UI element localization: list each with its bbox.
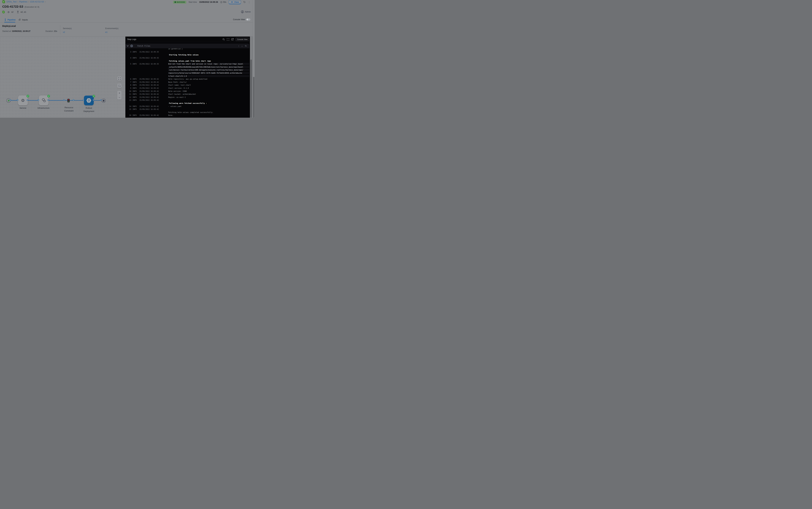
log-row: Fetching helm values completed successfu… [125, 111, 249, 114]
kebab-menu-button[interactable]: ⋮ [248, 1, 250, 3]
expand-icon[interactable] [227, 38, 229, 40]
log-message: Helm repository: aws-qa-setup-modified [168, 78, 207, 80]
log-ln: 4 [127, 57, 131, 59]
page-scrollbar-thumb[interactable] [253, 77, 255, 118]
app-window: CFDs_Test›Pipelines›CDS-41722-S3› ✓SUCCE… [0, 0, 255, 118]
log-scrollbar-thumb[interactable] [250, 60, 252, 118]
chevron-down-icon[interactable] [127, 45, 128, 46]
step-logs-panel: Step Logs Console View in gofmtFile }3IN… [125, 37, 250, 118]
log-lv: INFO [133, 90, 138, 92]
scroll-up-icon[interactable]: ↑ [238, 45, 239, 47]
console-view-label: Console View [233, 19, 245, 21]
service-gear-icon: ⚙ [7, 11, 9, 13]
stage-services: Service(s) s2 [63, 27, 72, 33]
log-ln: 12 [127, 96, 131, 98]
log-ln: 5 [127, 63, 131, 65]
traffic-green-dot [68, 101, 69, 102]
log-ln: 15 [127, 108, 131, 110]
gear-icon: ⚙ [21, 98, 25, 103]
log-row: repository/helm/source/93602db7-89f2-317… [125, 71, 249, 75]
node-service[interactable]: ⚙ [18, 96, 28, 105]
log-rows: in gofmtFile }3INFO15/09/2022 16:09:35St… [125, 47, 249, 118]
canvas-fullscreen-button[interactable] [117, 76, 122, 81]
environment-ref[interactable]: e2, e1 [21, 11, 26, 13]
open-in-new-icon[interactable] [231, 38, 233, 40]
service-ref[interactable]: s2 [11, 11, 13, 13]
breadcrumb-link[interactable]: Pipelines [19, 1, 28, 3]
environment-link[interactable]: e1 [105, 31, 118, 33]
log-ln: 16 [127, 114, 131, 116]
log-section-header[interactable]: ✓ Fetch Files ↑ ↓ 9s [125, 43, 249, 48]
view-button[interactable]: View [229, 0, 241, 4]
connector-port [47, 99, 49, 101]
step-duration: 9s [245, 45, 247, 47]
harness-logo[interactable] [2, 0, 5, 3]
log-lv: INFO [133, 114, 138, 116]
pipeline-canvas[interactable]: ⚙ ✓ ✓ ✓ Service Infrastructure ResourceC… [0, 37, 125, 118]
connector-port [38, 99, 39, 101]
step-logs-title: Step Logs [127, 38, 136, 40]
log-lv: INFO [133, 96, 138, 98]
connector-port [83, 99, 84, 101]
zoom-out-icon[interactable]: − [119, 96, 120, 99]
connector-port [93, 99, 94, 101]
pipeline-icon [4, 19, 6, 21]
tab-bar: Pipeline Inputs Console View [0, 17, 255, 23]
tab-pipeline[interactable]: Pipeline [4, 17, 15, 22]
harness-logo-glyph [3, 1, 5, 3]
search-icon[interactable] [222, 38, 225, 40]
title-row: CDS-41722-S3 (Execution Id: 8) [2, 5, 39, 8]
stage-summary: DeployLocal Started at: 15/09/2022, 16:0… [0, 23, 255, 37]
console-view-control: Console View [233, 19, 250, 21]
log-row: 16INFO15/09/2022 16:09:42Done. [125, 114, 249, 117]
canvas-select-button[interactable] [117, 84, 122, 88]
zoom-in-icon[interactable]: + [119, 92, 120, 94]
tab-inputs[interactable]: Inputs [19, 17, 28, 22]
refresh-button[interactable]: ↻ [243, 1, 246, 4]
breadcrumb-link[interactable]: CDS-41722-S3 [30, 1, 44, 3]
log-row: Starting fetching Helm values [125, 53, 249, 57]
log-row: 4INFO15/09/2022 16:09:35 [125, 57, 249, 60]
node-rollout-deployment[interactable] [84, 96, 94, 105]
clock-icon [220, 1, 222, 3]
log-row: 5INFO15/09/2022 16:09:35Did not find the… [125, 62, 249, 66]
log-ln: 9 [127, 87, 131, 89]
log-lv: INFO [133, 78, 138, 80]
node-label-infrastructure: Infrastructure [38, 106, 49, 110]
log-lv: INFO [133, 105, 138, 107]
stop-icon [103, 100, 104, 102]
stage-environments: Environment(s) e1 [105, 27, 118, 33]
canvas-zoom-control[interactable]: + − [117, 91, 122, 100]
log-tm: 15/09/2022 16:09:42 [139, 87, 162, 89]
console-view-button[interactable]: Console View [236, 38, 249, 41]
log-row: 3INFO15/09/2022 16:09:35 [125, 50, 249, 54]
console-view-toggle[interactable] [246, 19, 250, 21]
infrastructure-icon [41, 98, 46, 103]
pipeline-end-node[interactable] [102, 99, 106, 103]
log-tm: 15/09/2022 16:09:42 [139, 81, 162, 83]
log-lv: INFO [133, 84, 138, 86]
log-row: 8INFO15/09/2022 16:09:42Chart name: test… [125, 83, 249, 87]
breadcrumb-link[interactable]: CFDs_Test [6, 1, 16, 3]
log-row: 11INFO15/09/2022 16:09:42Chart bucket: a… [125, 93, 249, 96]
log-row: 13INFO15/09/2022 16:09:42 [125, 99, 249, 102]
start-time-value: 15/09/2022 16:09:26 [199, 1, 218, 3]
node-resource-constraint[interactable] [67, 99, 70, 102]
user-menu[interactable]: Admin [241, 10, 251, 13]
log-message: Base Path: charts/ [168, 81, 187, 83]
scroll-down-icon[interactable]: ↓ [242, 45, 243, 47]
service-link[interactable]: s2 [63, 31, 72, 33]
node-infrastructure-success-icon: ✓ [47, 95, 50, 98]
fullscreen-icon [118, 77, 121, 80]
log-tm: 15/09/2022 16:09:42 [139, 96, 162, 98]
node-infrastructure[interactable] [39, 96, 48, 105]
log-message: Following were fetched successfully : [168, 102, 208, 104]
node-label-rollout: RolloutDeployment [83, 106, 95, 113]
log-ln: 14 [127, 105, 131, 107]
log-row: -out/darwin-fastbuild/bin/260-delegate/e… [125, 68, 249, 71]
page-title: CDS-41722-S3 [2, 5, 23, 8]
log-section-actions: ↑ ↓ 9s [238, 45, 247, 47]
connector-port [63, 99, 65, 101]
log-section-title: Fetch Files [137, 45, 150, 47]
log-section: in gofmtFile }3INFO15/09/2022 16:09:35St… [125, 43, 249, 118]
